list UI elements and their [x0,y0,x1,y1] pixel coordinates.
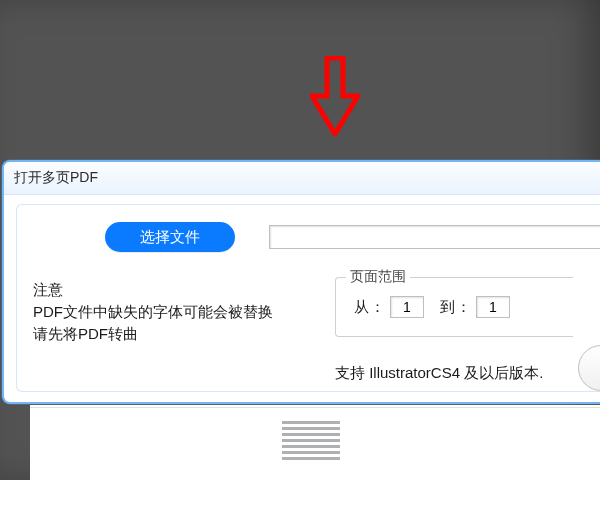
page-range-legend: 页面范围 [346,268,410,286]
choose-file-button[interactable]: 选择文件 [105,222,235,252]
page-range-group: 页面范围 从： 到： [335,277,573,337]
page-from-input[interactable] [390,296,424,318]
support-text: 支持 IllustratorCS4 及以后版本. [335,364,543,383]
note-heading: 注意 [33,279,313,301]
note-line-1: PDF文件中缺失的字体可能会被替换 [33,301,313,323]
round-action-button[interactable] [578,345,600,391]
dialog-title: 打开多页PDF [14,169,98,187]
dialog-titlebar[interactable]: 打开多页PDF [4,162,600,195]
from-label: 从： [354,298,386,317]
document-preview [30,405,600,495]
document-text-block [282,421,340,463]
note-line-2: 请先将PDF转曲 [33,323,313,345]
app-stage: 打开多页PDF 选择文件 注意 PDF文件中缺失的字体可能会被替换 请先将PDF… [0,0,600,508]
document-top-rule [30,407,600,408]
annotation-arrow-icon [310,56,360,136]
file-path-input[interactable] [269,225,600,249]
page-to-input[interactable] [476,296,510,318]
to-label: 到： [440,298,472,317]
file-row: 选择文件 [33,217,600,257]
dialog-content: 选择文件 注意 PDF文件中缺失的字体可能会被替换 请先将PDF转曲 页面范围 … [16,204,600,392]
note-block: 注意 PDF文件中缺失的字体可能会被替换 请先将PDF转曲 [33,279,313,345]
open-multipage-pdf-dialog: 打开多页PDF 选择文件 注意 PDF文件中缺失的字体可能会被替换 请先将PDF… [2,160,600,404]
